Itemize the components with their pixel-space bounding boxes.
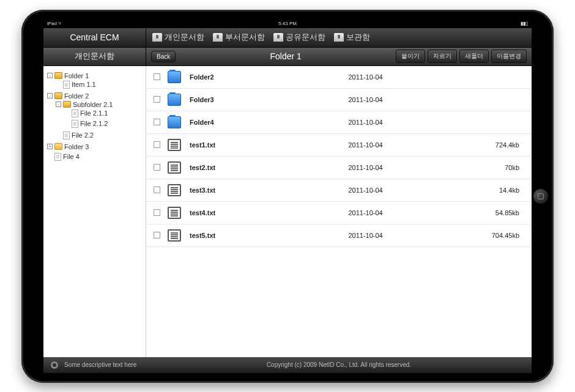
folder-closed-icon: [54, 143, 62, 150]
nav-tab[interactable]: 보관함: [330, 31, 374, 44]
nav-tab[interactable]: 부서문서함: [209, 31, 269, 44]
folder-icon: [168, 116, 181, 128]
folder-open-icon: [54, 72, 62, 79]
screen: iPad ᯤ 5:43 PM ▮▮▯ Central ECM 개인문서함부서문서…: [43, 20, 532, 373]
file-icon: [168, 229, 181, 242]
action-button[interactable]: 붙이기: [396, 50, 425, 63]
item-date: 2011-10-04: [348, 96, 470, 103]
folder-icon: [168, 94, 181, 106]
footer: Some descriptive text here Copyright (c)…: [43, 357, 532, 373]
list-row[interactable]: Folder32011-10-04: [146, 89, 532, 111]
file-icon: [168, 139, 181, 151]
collapse-icon[interactable]: -: [47, 73, 53, 78]
action-button[interactable]: 새폴더: [459, 50, 489, 63]
collapse-icon[interactable]: -: [47, 93, 53, 98]
tree-node: -Folder 2-Subfolder 2.1File 2.1.1File 2.…: [47, 91, 143, 142]
checkbox[interactable]: [154, 187, 160, 193]
tree-node: File 2.2: [56, 130, 143, 141]
drive-icon: [213, 33, 223, 42]
tree-item[interactable]: File 2.1.2: [64, 120, 143, 128]
file-icon: [72, 109, 78, 117]
body: -Folder 1Item 1.1-Folder 2-Subfolder 2.1…: [43, 66, 532, 357]
tree-label: File 4: [63, 153, 80, 160]
tree-item[interactable]: -Folder 1: [47, 72, 143, 80]
drive-icon: [334, 33, 344, 42]
item-size: 54.85kb: [470, 209, 519, 216]
list-row[interactable]: test3.txt2011-10-0414.4kb: [146, 179, 532, 202]
checkbox[interactable]: [154, 73, 160, 80]
tree-node: -Subfolder 2.1File 2.1.1File 2.1.2: [56, 100, 143, 130]
tablet-frame: iPad ᯤ 5:43 PM ▮▮▯ Central ECM 개인문서함부서문서…: [21, 10, 554, 383]
tree-item[interactable]: File 4: [47, 153, 143, 161]
tree-item[interactable]: Item 1.1: [56, 81, 143, 89]
topbar: Central ECM 개인문서함부서문서함공유문서함보관함: [43, 28, 532, 48]
action-button[interactable]: 이름변경: [491, 50, 527, 63]
tree-node: +Folder 3: [47, 142, 143, 152]
footer-left-text: Some descriptive text here: [64, 361, 136, 368]
footer-copyright: Copyright (c) 2009 NetID Co., Ltd. All r…: [154, 361, 524, 368]
tree-item[interactable]: -Subfolder 2.1: [56, 101, 143, 108]
list-row[interactable]: test1.txt2011-10-04724.4kb: [146, 134, 532, 157]
checkbox[interactable]: [154, 119, 160, 125]
back-button[interactable]: Back: [151, 51, 176, 62]
tree-item[interactable]: +Folder 3: [47, 143, 143, 150]
status-battery: ▮▮▯: [521, 21, 528, 26]
list-row[interactable]: Folder22011-10-04: [146, 66, 532, 89]
file-icon: [168, 161, 181, 174]
nav-tab-label: 공유문서함: [286, 32, 325, 43]
tree-node: File 2.1.1: [64, 108, 143, 119]
checkbox[interactable]: [154, 164, 160, 171]
action-buttons: 붙이기자르기새폴더이름변경: [396, 50, 527, 63]
checkbox[interactable]: [154, 232, 160, 239]
tree-item[interactable]: -Folder 2: [47, 92, 143, 100]
home-button[interactable]: [533, 189, 548, 204]
nav-tab[interactable]: 공유문서함: [270, 31, 329, 44]
tree-item[interactable]: File 2.1.1: [64, 109, 143, 117]
action-button[interactable]: 자르기: [428, 50, 457, 63]
no-expander: [56, 133, 61, 138]
list-row[interactable]: test2.txt2011-10-0470kb: [146, 157, 532, 179]
item-name: test1.txt: [190, 141, 348, 149]
item-date: 2011-10-04: [348, 141, 470, 149]
checkbox[interactable]: [154, 141, 160, 148]
item-name: test5.txt: [190, 232, 348, 239]
folder-open-icon: [63, 101, 71, 108]
checkbox[interactable]: [154, 209, 160, 216]
toolbar: Back Folder 1 붙이기자르기새폴더이름변경: [146, 48, 532, 65]
gear-icon[interactable]: [51, 361, 58, 369]
collapse-icon[interactable]: -: [56, 102, 61, 107]
item-name: Folder4: [190, 119, 348, 126]
list-row[interactable]: test5.txt2011-10-04704.45kb: [146, 224, 532, 247]
item-size: 704.45kb: [470, 232, 519, 239]
status-bar: iPad ᯤ 5:43 PM ▮▮▯: [43, 20, 532, 28]
item-date: 2011-10-04: [348, 119, 470, 126]
tree-label: Folder 1: [64, 72, 89, 80]
tree-label: Item 1.1: [72, 81, 96, 88]
item-size: 14.4kb: [470, 187, 519, 194]
breadcrumb: Folder 1: [179, 51, 392, 61]
subbar: 개인문서함 Back Folder 1 붙이기자르기새폴더이름변경: [43, 48, 532, 66]
no-expander: [47, 154, 53, 160]
tree-item[interactable]: File 2.2: [56, 131, 143, 139]
no-expander: [64, 121, 70, 127]
tree-label: File 2.1.2: [80, 120, 108, 127]
list-row[interactable]: Folder42011-10-04: [146, 111, 532, 134]
expand-icon[interactable]: +: [47, 144, 53, 149]
no-expander: [64, 111, 70, 116]
tree-node: File 2.1.2: [64, 119, 143, 129]
nav-tab[interactable]: 개인문서함: [149, 31, 208, 44]
item-name: Folder2: [190, 73, 348, 81]
file-icon: [54, 153, 61, 161]
item-date: 2011-10-04: [348, 187, 470, 194]
status-time: 5:43 PM: [278, 21, 297, 26]
no-expander: [56, 82, 61, 87]
tree-node: Item 1.1: [56, 80, 143, 90]
drive-icon: [152, 33, 162, 42]
app: Central ECM 개인문서함부서문서함공유문서함보관함 개인문서함 Bac…: [43, 28, 532, 373]
tree-label: Folder 2: [64, 92, 89, 100]
list-row[interactable]: test4.txt2011-10-0454.85kb: [146, 202, 532, 224]
checkbox[interactable]: [154, 96, 160, 103]
nav-tab-label: 부서문서함: [225, 32, 265, 43]
footer-left: Some descriptive text here: [51, 361, 154, 369]
file-icon: [168, 184, 181, 196]
